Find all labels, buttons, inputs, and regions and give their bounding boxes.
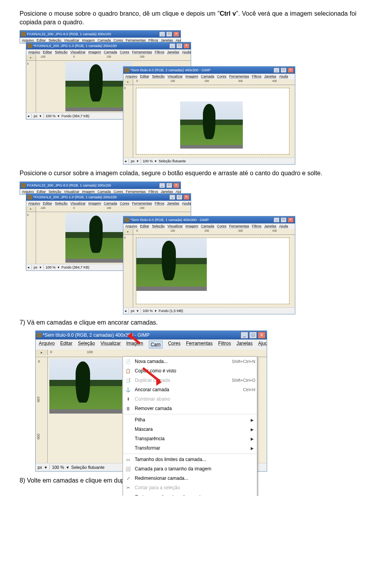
gimp-window-faxinal22: FAXINAL22_200..JPG-8.0 (RGB, 1 camada) 2… [20, 30, 181, 44]
menu-item-cortar-selecao: ✂Cortar para a seleção [123, 483, 257, 492]
autocrop-icon: ✂ [125, 494, 132, 496]
menu-item-combinar-abaixo: ⬇Combinar abaixo [123, 394, 257, 404]
gimp-window-faxinal22-b: FAXINAL22_200..JPG-8.0 (RGB, 1 camada) 2… [20, 181, 181, 195]
close-button[interactable]: X [183, 43, 190, 49]
screenshot-cluster-2: FAXINAL22_200..JPG-8.0 (RGB, 1 camada) 2… [20, 181, 356, 313]
gimp-icon [21, 32, 26, 36]
submenu-arrow-icon: ▶ [251, 437, 255, 441]
dragged-image[interactable] [136, 238, 207, 291]
close-button[interactable]: X [173, 31, 179, 37]
screenshot-cluster-1: FAXINAL22_200..JPG-8.0 (RGB, 1 camada) 2… [20, 30, 356, 163]
minimize-button[interactable]: _ [240, 332, 248, 339]
submenu-arrow-icon: ▶ [251, 418, 255, 422]
gimp-icon [27, 44, 32, 48]
layer-bounds-icon: ▭ [125, 456, 132, 463]
titlebar: *Sem título-9.0 (RGB, 2 camadas) 400x300… [36, 331, 267, 339]
gimp-window-semtitulo: *Sem título-9.0 (RGB, 2 camadas) 400x300… [123, 66, 295, 165]
menu-item-redimensionar-camada[interactable]: ⤢Redimensionar camada... [123, 474, 257, 483]
new-layer-icon: 📄 [125, 358, 132, 365]
statusbar: ◂ px▾ 100 %▾ Seleção flutuante [123, 158, 295, 164]
minimize-button[interactable]: _ [273, 67, 280, 73]
close-button[interactable]: X [287, 67, 294, 73]
menu-filtros[interactable]: Filtros [218, 341, 231, 348]
gimp-window-big-menu: *Sem título-9.0 (RGB, 2 camadas) 400x300… [35, 330, 267, 472]
maximize-button[interactable]: □ [176, 43, 183, 49]
maximize-button[interactable]: □ [249, 332, 257, 339]
gimp-icon [125, 68, 129, 73]
ruler-vertical: 0 [26, 61, 36, 113]
maximize-button[interactable]: □ [280, 67, 287, 73]
menu-editar[interactable]: Editar [60, 341, 72, 348]
menu-item-tamanho-limites[interactable]: ▭Tamanho dos limites da camada... [123, 455, 257, 464]
close-button[interactable]: X [258, 332, 266, 339]
menu-item-transparencia[interactable]: Transparência▶ [123, 434, 257, 443]
menu-cores[interactable]: Cores [168, 341, 181, 348]
merge-down-icon: ⬇ [125, 396, 132, 402]
duplicate-icon: 📑 [125, 377, 132, 383]
menu-arquivo[interactable]: Arquivo [39, 341, 55, 348]
canvas-image[interactable] [49, 359, 122, 414]
gimp-window-semtitulo-b: *Sem título-9.0 (RGB, 1 camada) 400x300 … [123, 216, 295, 314]
titlebar: *FAXINAL6_200..JPG-1.0 (RGB, 1 camada) 2… [26, 42, 191, 49]
menubar[interactable]: Arquivo Editar Seleção Visualizar Imagem… [36, 339, 267, 350]
instruction-2: Posicione o cursor sobre a imagem colada… [20, 169, 356, 178]
arrow-to-camada [120, 333, 143, 349]
resize-icon: ⤢ [125, 475, 132, 481]
menu-item-cortar-automaticamente[interactable]: ✂Cortar camada automaticamente [123, 492, 257, 496]
ruler-horizontal: ▸ 0100200300400 [123, 79, 295, 85]
instruction-1: Posicione o mouse sobre o quadro branco,… [20, 9, 356, 26]
layer-to-image-icon: ⬜ [125, 466, 132, 472]
copy-icon: 📋 [125, 368, 132, 374]
minimize-button[interactable]: _ [169, 43, 175, 49]
menubar[interactable]: ArquivoEditarSeleçãoVisualizarImagemCama… [26, 49, 191, 55]
menu-item-remover-camada[interactable]: 🗑Remover camada [123, 404, 257, 413]
submenu-arrow-icon: ▶ [251, 446, 255, 450]
titlebar: *Sem título-9.0 (RGB, 2 camadas) 400x300… [123, 67, 295, 74]
delete-icon: 🗑 [125, 405, 132, 412]
menubar[interactable]: ArquivoEditarSeleçãoVisualizarImagemCama… [123, 74, 295, 79]
crop-icon: ✂ [125, 485, 132, 491]
ruler-vertical: 0 100 200 [36, 357, 48, 463]
titlebar: FAXINAL22_200..JPG-8.0 (RGB, 1 camada) 2… [20, 31, 181, 38]
menu-ferramentas[interactable]: Ferramentas [186, 341, 213, 348]
menu-item-pilha[interactable]: Pilha▶ [123, 415, 257, 425]
menu-item-camada-tamanho-imagem[interactable]: ⬜Camada para o tamanho da imagem [123, 464, 257, 474]
menu-janelas[interactable]: Janelas [237, 341, 253, 348]
menu-selecao[interactable]: Seleção [78, 341, 95, 348]
arrow-to-ancorar [141, 365, 168, 388]
menu-item-mascara[interactable]: Máscara▶ [123, 425, 257, 434]
pasted-floating-image[interactable] [180, 102, 243, 149]
maximize-button[interactable]: □ [166, 31, 172, 37]
step-7-label: 7) Vá em camadas e clique em ancorar cam… [20, 318, 356, 327]
canvas[interactable] [133, 85, 295, 158]
menu-ajuda[interactable]: Ajuda [258, 341, 267, 348]
gimp-icon [37, 333, 42, 338]
ruler-vertical: 0 [123, 85, 133, 158]
pasted-image[interactable] [65, 62, 132, 111]
submenu-arrow-icon: ▶ [251, 427, 255, 432]
menu-visualizar[interactable]: Visualizar [100, 341, 121, 348]
menu-camada[interactable]: Cam [149, 341, 163, 348]
minimize-button[interactable]: _ [159, 31, 165, 37]
anchor-icon: ⚓ [125, 387, 132, 393]
menu-item-transformar[interactable]: Transformar▶ [123, 443, 257, 453]
ruler-horizontal: ▸ -1000100200 [26, 55, 191, 61]
